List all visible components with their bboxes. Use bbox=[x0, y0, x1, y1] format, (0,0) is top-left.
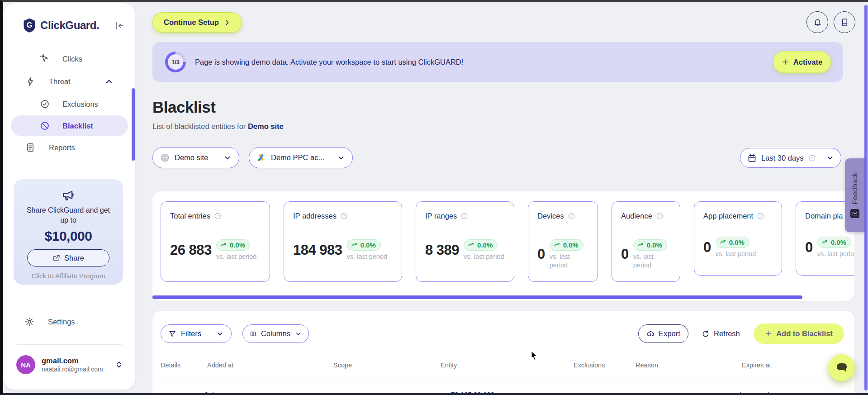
export-button[interactable]: Export bbox=[638, 324, 688, 343]
feedback-widget-icon bbox=[850, 209, 859, 218]
cursor-icon bbox=[40, 54, 50, 64]
refresh-button[interactable]: Refresh bbox=[702, 324, 740, 343]
compare-label: vs. last period bbox=[216, 252, 261, 261]
trend-up-icon bbox=[351, 242, 358, 248]
col-header-reason[interactable]: Reason bbox=[636, 362, 658, 369]
sidebar-item-settings[interactable]: Settings bbox=[4, 311, 135, 333]
stat-value: 184 983 bbox=[293, 242, 342, 258]
feedback-label: Feedback bbox=[851, 172, 859, 204]
activate-button[interactable]: Activate bbox=[773, 51, 831, 73]
share-button[interactable]: Share bbox=[27, 249, 109, 267]
help-icon[interactable]: ? bbox=[340, 212, 348, 220]
stat-value: 0 bbox=[805, 239, 813, 256]
svg-text:?: ? bbox=[464, 214, 466, 218]
svg-text:?: ? bbox=[759, 214, 762, 218]
chevron-down-icon bbox=[223, 154, 232, 162]
trend-up-icon bbox=[554, 242, 560, 248]
ppc-selector-value: Demo PPC ac... bbox=[271, 153, 324, 162]
globe-icon bbox=[160, 153, 170, 162]
promo-note: Click to Affiliate Program bbox=[14, 272, 123, 280]
stats-panel: Total entries ? 26 883 0.0% vs. last per… bbox=[152, 191, 854, 301]
help-icon[interactable]: ? bbox=[656, 212, 664, 220]
change-value: 0.0% bbox=[360, 241, 376, 249]
svg-text:?: ? bbox=[811, 156, 813, 160]
feedback-tab[interactable]: Feedback bbox=[845, 158, 864, 232]
sidebar-item-label: Threat bbox=[49, 77, 71, 86]
svg-text:G: G bbox=[27, 21, 33, 29]
demo-data-banner: 1/3 Page is showing demo data. Activate … bbox=[152, 42, 843, 82]
change-badge: 0.0% bbox=[347, 239, 381, 251]
col-header-expires-at[interactable]: Expires at bbox=[742, 362, 771, 369]
external-link-icon bbox=[52, 254, 60, 262]
plus-icon bbox=[782, 58, 789, 66]
google-ads-icon bbox=[256, 153, 266, 162]
help-icon[interactable]: ? bbox=[214, 212, 222, 220]
col-header-exclusions[interactable]: Exclusions bbox=[574, 362, 605, 369]
chat-launcher-button[interactable] bbox=[828, 354, 855, 381]
stat-card-devices: Devices ? 0 0.0% vs. last period bbox=[528, 201, 598, 282]
sidebar-item-label: Clicks bbox=[62, 55, 82, 63]
sidebar-item-exclusions[interactable]: Exclusions bbox=[4, 93, 135, 115]
columns-button[interactable]: Columns bbox=[242, 324, 309, 343]
help-icon[interactable]: ? bbox=[460, 212, 468, 220]
help-icon[interactable]: ? bbox=[808, 154, 816, 162]
col-header-entity[interactable]: Entity bbox=[441, 362, 457, 369]
sidebar-item-threat[interactable]: Threat bbox=[4, 70, 135, 93]
table-row-added-at: 3 d bbox=[204, 390, 214, 395]
sidebar-nav: Clicks Threat Exclusions bbox=[4, 48, 135, 159]
compare-label: vs. last period bbox=[550, 252, 589, 270]
share-button-label: Share bbox=[64, 254, 84, 262]
trend-up-icon bbox=[720, 239, 726, 246]
change-badge: 0.0% bbox=[550, 239, 583, 251]
help-icon[interactable]: ? bbox=[568, 212, 575, 220]
blacklist-table-panel: Filters Columns Export Refresh Add to Bl… bbox=[152, 311, 854, 395]
sidebar-item-clicks[interactable]: Clicks bbox=[4, 48, 135, 70]
page-vertical-scrollbar[interactable] bbox=[864, 5, 868, 390]
stat-label: Domain pla bbox=[805, 212, 843, 220]
stat-value: 0 bbox=[537, 246, 545, 262]
user-email: naatali.ro@gmail.com bbox=[42, 366, 115, 373]
svg-text:?: ? bbox=[343, 214, 345, 218]
continue-setup-button[interactable]: Continue Setup bbox=[152, 12, 242, 33]
date-range-value: Last 30 days bbox=[761, 154, 804, 162]
account-switcher[interactable]: NA gmail.com naatali.ro@gmail.com bbox=[16, 355, 123, 374]
columns-icon bbox=[250, 330, 256, 338]
filters-button[interactable]: Filters bbox=[161, 324, 232, 343]
site-selector[interactable]: Demo site bbox=[152, 147, 239, 168]
notifications-button[interactable] bbox=[806, 11, 828, 33]
col-header-added-at[interactable]: Added at bbox=[207, 362, 233, 369]
continue-setup-label: Continue Setup bbox=[164, 18, 219, 27]
funnel-icon bbox=[168, 330, 176, 338]
col-header-scope[interactable]: Scope bbox=[333, 362, 352, 369]
table-row-expires-at: In a month bbox=[740, 390, 772, 395]
stat-value: 8 389 bbox=[425, 242, 459, 258]
activate-label: Activate bbox=[793, 58, 822, 67]
sidebar-item-label: Blacklist bbox=[62, 122, 93, 130]
sidebar-item-reports[interactable]: Reports bbox=[4, 136, 135, 159]
add-to-blacklist-button[interactable]: Add to Blacklist bbox=[754, 324, 844, 344]
setup-progress-ring: 1/3 bbox=[165, 52, 186, 72]
logo[interactable]: G ClickGuard. bbox=[23, 18, 99, 33]
stat-card-total-entries: Total entries ? 26 883 0.0% vs. last per… bbox=[161, 201, 270, 282]
trend-up-icon bbox=[637, 242, 644, 248]
sidebar-item-blacklist[interactable]: Blacklist bbox=[11, 115, 128, 136]
help-icon[interactable]: ? bbox=[757, 212, 764, 220]
stats-row: Total entries ? 26 883 0.0% vs. last per… bbox=[161, 201, 854, 282]
col-header-details[interactable]: Details bbox=[161, 362, 180, 369]
cloud-download-icon bbox=[646, 330, 655, 338]
collapse-sidebar-icon[interactable] bbox=[114, 20, 125, 31]
app-window: G ClickGuard. Clicks Threat bbox=[0, 0, 868, 395]
affiliate-promo-card: Share ClickGuard and get up to $10,000 S… bbox=[14, 179, 123, 285]
docs-button[interactable] bbox=[834, 11, 855, 33]
sidebar-scrollbar[interactable] bbox=[132, 88, 135, 161]
date-range-selector[interactable]: Last 30 days ? bbox=[740, 148, 841, 168]
stat-label: IP addresses bbox=[293, 212, 337, 220]
ppc-account-selector[interactable]: Demo PPC ac... bbox=[249, 147, 353, 168]
table-row-entity: 72.105.93.132 bbox=[451, 390, 494, 395]
chevron-up-down-icon bbox=[115, 360, 123, 369]
stats-horizontal-scrollbar[interactable] bbox=[152, 295, 802, 299]
logo-text: ClickGuard. bbox=[40, 19, 99, 32]
change-value: 0.0% bbox=[477, 241, 493, 249]
stat-label: Audience bbox=[621, 212, 652, 220]
stat-value: 0 bbox=[703, 239, 711, 256]
